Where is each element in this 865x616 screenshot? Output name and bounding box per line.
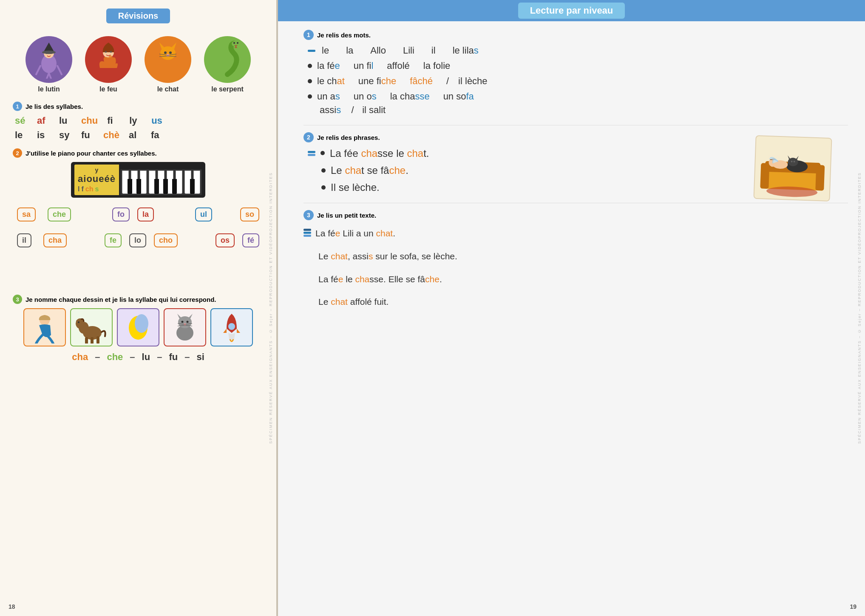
syl-se: sé	[15, 115, 28, 126]
svg-point-43	[182, 321, 184, 323]
svg-point-19	[169, 51, 172, 54]
ans-si: si	[196, 352, 204, 363]
right-section1: 1 Je relis des mots. le la Allo Lili il …	[303, 30, 848, 116]
section2-label: J'utilise le piano pour chanter ces syll…	[26, 150, 157, 157]
right-s1-num: 1	[303, 30, 314, 40]
w-lelilas: le lilas	[453, 45, 479, 56]
section2-header: 2 J'utilise le piano pour chanter ces sy…	[13, 148, 264, 158]
w-unefiche: une fiche	[358, 76, 396, 87]
right-title: Lecture par niveau	[518, 3, 625, 19]
section3-number: 3	[13, 295, 22, 304]
bullet-p2	[321, 168, 326, 173]
box-la: la	[137, 207, 154, 221]
right-s3-label: Je lis un petit texte.	[317, 212, 376, 219]
box-fe: fe	[105, 233, 122, 247]
bullet-p3	[321, 185, 326, 190]
w-illeche: il lèche	[458, 76, 487, 87]
w-le: le	[322, 45, 329, 56]
w-fache: fâché	[410, 76, 433, 87]
phrase-1: La fée chasse le chat.	[330, 148, 429, 159]
svg-point-13	[110, 51, 112, 53]
text-row-4: Le chat affolé fuit.	[303, 294, 848, 310]
section3: 3 Je nomme chaque dessin et je lis la sy…	[13, 295, 264, 363]
section3-label: Je nomme chaque dessin et je lis la syll…	[26, 296, 216, 303]
right-section2: 2 Je relis des phrases. La fée chasse le…	[303, 132, 848, 193]
feu-label: le feu	[81, 85, 136, 93]
words-row-5: assis / il salit	[303, 105, 848, 116]
revisions-title: Révisions	[106, 9, 170, 23]
w-la: la	[346, 45, 353, 56]
dash4: –	[184, 352, 190, 363]
svg-marker-17	[171, 43, 176, 49]
text-row-2: Le chat, assis sur le sofa, se lèche.	[303, 248, 848, 264]
illustration-box	[753, 135, 832, 202]
bottom-images-row	[13, 308, 264, 346]
words-row-1: le la Allo Lili il le lilas	[303, 45, 848, 56]
w-allo: Allo	[370, 45, 386, 56]
sentence-4: Le chat affolé fuit.	[318, 297, 389, 307]
box-ul: ul	[195, 207, 212, 221]
sentence-3: La fée le chasse. Elle se fâche.	[318, 274, 442, 284]
level-ind-2	[308, 151, 315, 156]
w-lafolie: la folie	[423, 60, 451, 71]
section3-header: 3 Je nomme chaque dessin et je lis la sy…	[13, 295, 264, 304]
right-watermark: SPÉCIMEN RÉSERVÉ AUX ENSEIGNANTS – © Sej…	[857, 0, 862, 616]
syl-fa: fa	[151, 130, 164, 141]
right-section3: 3 Je lis un petit texte. La fée Lili a u…	[303, 210, 848, 310]
feu-image	[85, 36, 132, 83]
right-page: Lecture par niveau 1 Je relis des mots. …	[278, 0, 865, 616]
svg-point-38	[135, 314, 148, 333]
left-watermark: SPÉCIMEN RÉSERVÉ AUX ENSEIGNANTS – © Sej…	[269, 0, 273, 616]
section2-number: 2	[13, 148, 22, 158]
phrase-3: Il se lèche.	[331, 182, 380, 193]
words-row-2: la fée un fil affolé la folie	[303, 60, 848, 71]
left-page: Révisions	[0, 0, 276, 616]
divider1	[303, 125, 848, 125]
bullet-p1	[320, 151, 325, 155]
ans-cha: cha	[72, 352, 88, 363]
svg-point-50	[228, 323, 235, 330]
text-row-3: La fée le chasse. Elle se fâche.	[303, 271, 848, 287]
syl-chu: chu	[81, 115, 98, 126]
bullet-3	[308, 79, 312, 83]
card-serpent: le serpent	[200, 36, 255, 93]
ans-fu: fu	[169, 352, 178, 363]
sentence-1: La fée Lili a un chat.	[315, 225, 395, 241]
section2: 2 J'utilise le piano pour chanter ces sy…	[13, 148, 264, 198]
svg-rect-32	[91, 337, 94, 343]
syl-af: af	[37, 115, 50, 126]
syl-fu: fu	[81, 130, 94, 141]
box-che1: che	[48, 207, 71, 221]
svg-point-36	[78, 321, 79, 323]
box-fe2: fé	[242, 233, 259, 247]
ans-che: che	[107, 352, 123, 363]
chat-label: le chat	[140, 85, 196, 93]
svg-point-27	[237, 42, 238, 44]
level-ind-1	[308, 50, 315, 52]
chat-image	[145, 36, 191, 83]
img-rocket	[210, 308, 253, 346]
divider2	[303, 203, 848, 203]
syllable-boxes-area: sa che fo la ul so il cha fe lo cho os f…	[13, 205, 264, 290]
svg-point-26	[233, 42, 235, 44]
level-ind-3	[303, 229, 311, 237]
svg-marker-16	[159, 43, 165, 49]
img-horse	[70, 308, 113, 346]
svg-marker-52	[237, 329, 240, 333]
syl-lu: lu	[59, 115, 72, 126]
left-title-container: Révisions	[13, 9, 264, 31]
serpent-image	[204, 36, 251, 83]
box-lo: lo	[129, 233, 146, 247]
w-il: il	[431, 45, 436, 56]
img-cat	[164, 308, 206, 346]
bullet-4	[308, 94, 312, 99]
svg-rect-33	[96, 336, 99, 343]
svg-rect-31	[85, 337, 88, 343]
w-slash2: /	[352, 105, 354, 115]
right-section1-title: 1 Je relis des mots.	[303, 30, 848, 40]
svg-point-18	[164, 51, 167, 54]
syllables-grid: sé af lu chu fi ly us le is sy fu chè al…	[13, 115, 264, 141]
box-fo: fo	[112, 207, 130, 221]
lutin-label: le lutin	[21, 85, 77, 93]
right-s1-label: Je relis des mots.	[317, 31, 371, 39]
